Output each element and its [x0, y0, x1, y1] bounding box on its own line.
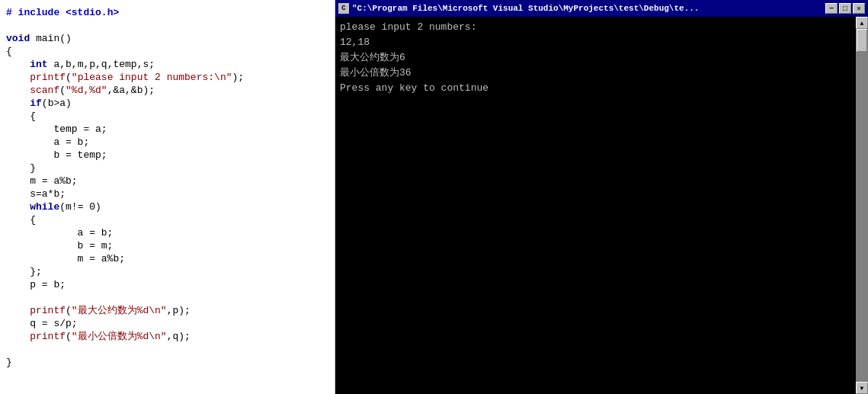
code-line: {	[0, 213, 335, 226]
code-line: int a,b,m,p,q,temp,s;	[0, 58, 335, 71]
code-line: {	[0, 110, 335, 123]
console-icon: C	[338, 3, 349, 14]
code-line: p = b;	[0, 278, 335, 291]
code-line: {	[0, 45, 335, 58]
scroll-thumb[interactable]	[857, 29, 867, 52]
code-line: };	[0, 265, 335, 278]
code-line	[0, 19, 335, 32]
console-window-controls: − □ ✕	[825, 3, 865, 14]
code-line: }	[0, 356, 335, 369]
code-line: q = s/p;	[0, 317, 335, 330]
scroll-up-button[interactable]: ▲	[856, 17, 868, 29]
code-line: }	[0, 162, 335, 175]
code-line: b = m;	[0, 239, 335, 252]
scroll-down-button[interactable]: ▼	[856, 382, 868, 394]
code-line: m = a%b;	[0, 175, 335, 187]
code-line: printf("最小公倍数为%d\n",q);	[0, 330, 335, 343]
console-output: please input 2 numbers: 12,18 最大公约数为6 最小…	[335, 17, 856, 394]
code-line: printf("最大公约数为%d\n",p);	[0, 304, 335, 317]
minimize-button[interactable]: −	[825, 3, 838, 14]
console-scrollbar[interactable]: ▲ ▼	[856, 17, 868, 394]
code-line: a = b;	[0, 226, 335, 239]
code-line: scanf("%d,%d",&a,&b);	[0, 84, 335, 97]
close-button[interactable]: ✕	[853, 3, 865, 14]
console-title: "C:\Program Files\Microsoft Visual Studi…	[352, 4, 825, 13]
code-line: m = a%b;	[0, 252, 335, 265]
code-line: void main()	[0, 32, 335, 45]
code-line: if(b>a)	[0, 97, 335, 110]
code-line: s=a*b;	[0, 187, 335, 200]
scroll-track	[856, 29, 868, 382]
code-line: temp = a;	[0, 123, 335, 136]
code-line: printf("please input 2 numbers:\n");	[0, 71, 335, 84]
restore-button[interactable]: □	[839, 3, 851, 14]
code-line	[0, 343, 335, 356]
console-titlebar: C "C:\Program Files\Microsoft Visual Stu…	[335, 0, 868, 17]
console-window: C "C:\Program Files\Microsoft Visual Stu…	[335, 0, 868, 394]
code-line	[0, 291, 335, 304]
code-line: a = b;	[0, 136, 335, 149]
code-line: while(m!= 0)	[0, 200, 335, 213]
console-body: please input 2 numbers: 12,18 最大公约数为6 最小…	[335, 17, 868, 394]
code-editor: # include <stdio.h> void main(){ int a,b…	[0, 0, 335, 394]
code-line: b = temp;	[0, 149, 335, 162]
code-line: # include <stdio.h>	[0, 6, 335, 19]
